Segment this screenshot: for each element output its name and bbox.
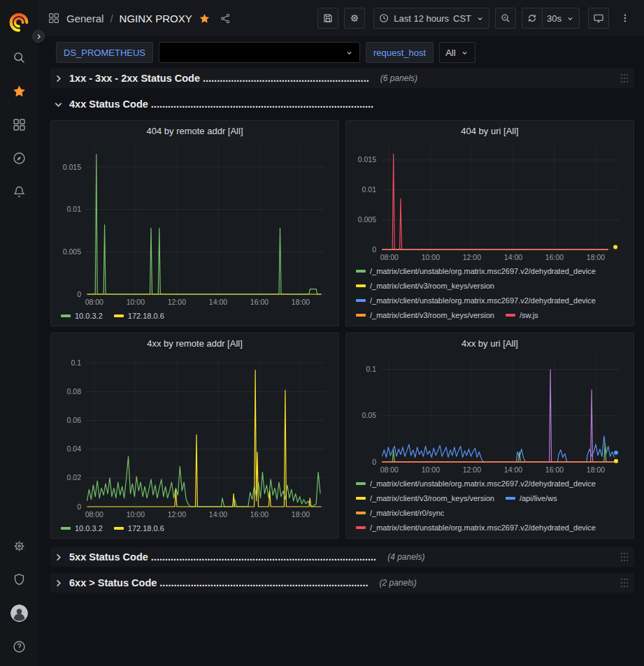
legend-item[interactable]: 10.0.3.2 <box>61 523 103 534</box>
chart-4xx-by-remote-addr[interactable]: 08:0010:0012:0014:0016:0018:0000.020.040… <box>54 350 336 521</box>
legend-swatch-icon <box>356 299 366 302</box>
avatar[interactable] <box>0 596 38 630</box>
dashboard-row-6xx[interactable]: 6xx > Status Code ......................… <box>50 573 634 593</box>
svg-text:0.05: 0.05 <box>362 411 377 419</box>
svg-text:08:00: 08:00 <box>85 510 103 519</box>
svg-text:18:00: 18:00 <box>587 465 605 474</box>
legend-item[interactable]: /_matrix/client/unstable/org.matrix.msc2… <box>356 295 596 306</box>
panel-4xx-by-uri: 4xx by uri [All] 08:0010:0012:0014:0016:… <box>345 333 634 539</box>
chevron-down-icon <box>475 14 485 23</box>
legend-label: /_matrix/client/unstable/org.matrix.msc2… <box>370 266 596 277</box>
svg-text:16:00: 16:00 <box>250 298 269 306</box>
legend-item[interactable]: /_matrix/client/unstable/org.matrix.msc2… <box>356 266 596 277</box>
svg-text:0.01: 0.01 <box>67 205 82 213</box>
toolbar: Last 12 hours CST 30s <box>317 8 636 29</box>
gear-icon[interactable] <box>0 529 38 563</box>
chevron-down-icon <box>345 48 354 57</box>
request-host-variable-label[interactable]: request_host <box>366 42 434 63</box>
time-range-picker[interactable]: Last 12 hours CST <box>373 8 489 29</box>
tv-mode-button[interactable] <box>588 8 609 29</box>
chart-legend: /_matrix/client/unstable/org.matrix.msc2… <box>349 263 631 326</box>
sidebar-item-alerting[interactable] <box>0 175 38 208</box>
save-dashboard-button[interactable] <box>317 8 338 29</box>
dashboard-settings-button[interactable] <box>344 8 365 29</box>
legend-label: /_matrix/client/v3/room_keys/version <box>370 280 494 291</box>
datasource-select[interactable] <box>159 42 360 63</box>
time-range-label: Last 12 hours <box>394 13 449 24</box>
chart-404-by-remote-addr[interactable]: 08:0010:0012:0014:0016:0018:0000.0050.01… <box>54 138 336 308</box>
svg-text:10:00: 10:00 <box>422 253 440 261</box>
legend-item[interactable]: /sw.js <box>506 310 538 321</box>
panel-title[interactable]: 404 by remote addr [All] <box>54 122 336 138</box>
refresh-button[interactable] <box>522 8 543 29</box>
dashboard-title[interactable]: NGINX PROXY <box>120 13 192 24</box>
legend-item[interactable]: /_matrix/client/v3/room_keys/version <box>356 493 494 504</box>
svg-text:12:00: 12:00 <box>168 510 186 519</box>
chevron-down-icon <box>53 99 64 110</box>
legend-label: /_matrix/client/unstable/org.matrix.msc2… <box>370 522 596 533</box>
panel-title[interactable]: 4xx by remote addr [All] <box>54 335 336 350</box>
drag-handle-icon[interactable] <box>620 552 629 562</box>
legend-swatch-icon <box>356 512 366 514</box>
legend-item[interactable]: /_matrix/client/r0/sync <box>356 507 444 519</box>
chevron-down-icon <box>460 48 469 57</box>
legend-item[interactable]: /_matrix/client/unstable/org.matrix.msc2… <box>356 522 596 533</box>
sidebar-item-dashboards[interactable] <box>0 108 38 141</box>
svg-text:16:00: 16:00 <box>545 465 564 474</box>
legend-item[interactable]: /_matrix/client/v3/room_keys/version <box>356 280 494 291</box>
chart-4xx-by-uri[interactable]: 08:0010:0012:0014:0016:0018:0000.050.1 <box>349 350 631 476</box>
svg-text:0.1: 0.1 <box>71 359 81 367</box>
legend-item[interactable]: /_matrix/client/unstable/org.matrix.msc2… <box>356 478 596 489</box>
help-icon[interactable] <box>0 630 38 663</box>
shield-icon[interactable] <box>0 563 38 596</box>
legend-item[interactable]: 172.18.0.6 <box>114 310 164 321</box>
legend-item[interactable]: 10.0.3.2 <box>61 310 103 321</box>
legend-swatch-icon <box>506 497 515 500</box>
sidebar-bottom <box>0 529 38 663</box>
search-icon[interactable] <box>0 41 38 74</box>
legend-label: /_matrix/client/unstable/org.matrix.msc2… <box>370 478 596 489</box>
legend-swatch-icon <box>356 270 366 273</box>
sidebar-item-explore[interactable] <box>0 141 38 175</box>
chevron-right-icon <box>53 578 64 588</box>
legend-label: 172.18.0.6 <box>128 523 164 534</box>
panel-title[interactable]: 404 by uri [All] <box>349 122 631 138</box>
svg-text:0.04: 0.04 <box>67 444 82 453</box>
zoom-out-button[interactable] <box>495 8 516 29</box>
svg-text:12:00: 12:00 <box>463 253 481 261</box>
legend-swatch-icon <box>356 526 366 529</box>
svg-text:10:00: 10:00 <box>422 465 440 474</box>
drag-handle-icon[interactable] <box>620 73 629 83</box>
svg-text:18:00: 18:00 <box>587 253 605 261</box>
request-host-select[interactable]: All <box>439 42 475 63</box>
drag-handle-icon[interactable] <box>620 578 629 588</box>
dashboard-row-4xx[interactable]: 4xx Status Code ........................… <box>50 94 634 114</box>
kebab-menu-icon[interactable] <box>615 8 636 29</box>
legend-swatch-icon <box>356 482 366 485</box>
panel-title[interactable]: 4xx by uri [All] <box>349 335 631 350</box>
dashboard-row-1xx-3xx-2xx[interactable]: 1xx - 3xx - 2xx Status Code ............… <box>50 68 634 88</box>
legend-item[interactable]: /api/live/ws <box>506 493 557 504</box>
sidebar-item-starred[interactable] <box>0 74 38 108</box>
legend-item[interactable]: 172.18.0.6 <box>114 523 164 534</box>
favorite-star-icon[interactable] <box>199 13 210 24</box>
chart-legend: /_matrix/client/unstable/org.matrix.msc2… <box>349 476 631 538</box>
refresh-interval-picker[interactable]: 30s <box>542 8 580 29</box>
row-title: 5xx Status Code ........................… <box>69 551 376 563</box>
dashboard-row-5xx[interactable]: 5xx Status Code ........................… <box>50 547 634 567</box>
breadcrumb-folder[interactable]: General <box>66 13 103 24</box>
legend-label: /_matrix/client/r0/sync <box>370 507 444 519</box>
svg-text:12:00: 12:00 <box>463 465 481 474</box>
legend-label: 10.0.3.2 <box>75 523 103 534</box>
svg-text:12:00: 12:00 <box>168 298 186 306</box>
chevron-right-icon <box>53 552 64 563</box>
sidebar-expand-button[interactable] <box>32 30 45 43</box>
share-icon[interactable] <box>220 13 231 24</box>
row-title: 1xx - 3xx - 2xx Status Code ............… <box>69 73 369 84</box>
chart-404-by-uri[interactable]: 08:0010:0012:0014:0016:0018:0000.0050.01… <box>349 138 631 263</box>
dashboard-body: 1xx - 3xx - 2xx Status Code ............… <box>38 68 644 666</box>
svg-text:18:00: 18:00 <box>292 510 310 519</box>
datasource-variable-label[interactable]: DS_PROMETHEUS <box>56 42 153 63</box>
legend-label: /api/live/ws <box>520 493 557 504</box>
legend-item[interactable]: /_matrix/client/v3/room_keys/version <box>356 310 494 321</box>
